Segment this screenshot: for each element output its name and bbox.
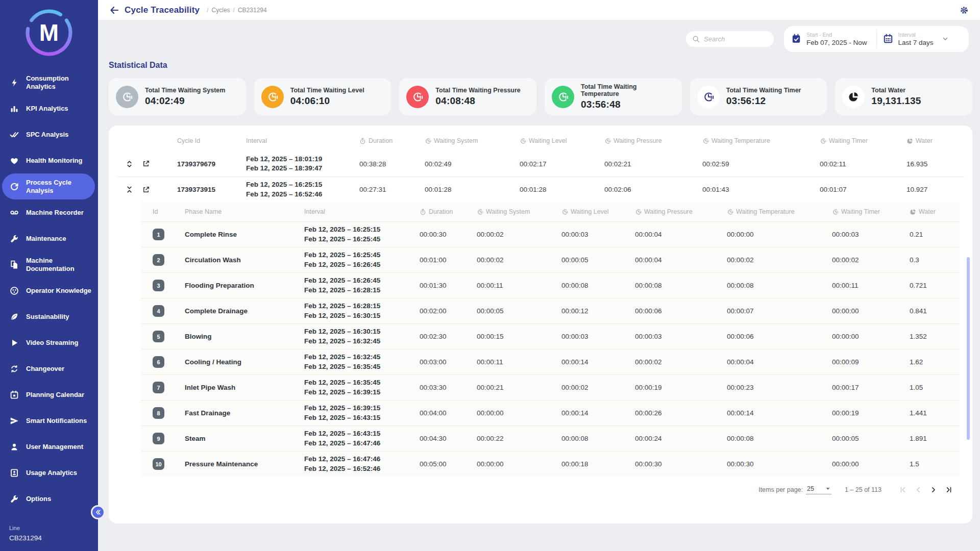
- sidebar-item-user-management[interactable]: User Management: [0, 434, 98, 460]
- phase-id-badge: 7: [153, 382, 164, 393]
- column-cycle-id: Cycle Id: [177, 137, 246, 144]
- phase-row[interactable]: 9 Steam Feb 12, 2025 – 16:43:15Feb 12, 2…: [141, 425, 960, 451]
- phase-row[interactable]: 5 Blowing Feb 12, 2025 – 16:30:15Feb 12,…: [141, 323, 960, 349]
- column-waiting-system: Waiting System: [425, 137, 520, 144]
- sidebar-item-operator-knowledge[interactable]: Operator Knowledge: [0, 278, 98, 304]
- cycle-interval: Feb 12, 2025 – 18:01:19Feb 12, 2025 – 18…: [246, 155, 359, 173]
- phase-waiting-level: 00:00:18: [561, 460, 635, 468]
- phase-waiting-system: 00:00:00: [477, 460, 561, 468]
- dropdown-caret-icon: [825, 486, 830, 491]
- back-arrow-icon: [109, 6, 119, 15]
- app-root: M Consumption AnalyticsKPI AnalyticsSPC …: [0, 0, 980, 551]
- sidebar-item-label: User Management: [26, 443, 83, 450]
- breadcrumb-separator: /: [207, 7, 208, 14]
- sidebar-line-info: Line CB231294: [9, 525, 42, 542]
- divider: [876, 30, 877, 47]
- phase-waiting-pressure: 00:00:04: [635, 231, 727, 238]
- phase-row[interactable]: 2 Circulation Wash Feb 12, 2025 – 16:25:…: [141, 247, 960, 272]
- stat-label: Total Time Waiting Pressure: [435, 87, 520, 94]
- date-range-picker[interactable]: Start - End Feb 07, 2025 - Now: [791, 32, 870, 46]
- sidebar-item-label: Smart Notifications: [26, 417, 87, 424]
- breadcrumb-cycles[interactable]: Cycles: [212, 7, 230, 14]
- phase-name: Complete Rinse: [185, 231, 304, 238]
- lightning-icon: [9, 78, 19, 87]
- phase-row[interactable]: 1 Complete Rinse Feb 12, 2025 – 16:25:15…: [141, 221, 960, 247]
- sidebar-item-spc-analysis[interactable]: SPC Analysis: [0, 121, 98, 147]
- clock-pause-icon: [477, 209, 483, 215]
- open-cycle-button[interactable]: [142, 186, 150, 194]
- sidebar-item-maintenance[interactable]: Maintenance: [0, 226, 98, 252]
- sidebar-item-options[interactable]: Options: [0, 486, 98, 512]
- last-page-button[interactable]: [945, 486, 953, 494]
- phase-name: Pressure Maintenance: [185, 460, 304, 468]
- column-waiting-pressure: Waiting Pressure: [604, 137, 702, 144]
- phase-waiting-timer: 00:00:19: [832, 409, 910, 417]
- sidebar-item-sustainability[interactable]: Sustainability: [0, 304, 98, 330]
- phase-row[interactable]: 4 Complete Drainage Feb 12, 2025 – 16:28…: [141, 298, 960, 323]
- phase-row[interactable]: 7 Inlet Pipe Wash Feb 12, 2025 – 16:35:4…: [141, 374, 960, 400]
- stopwatch-icon: [359, 138, 366, 144]
- sidebar-item-health-monitoring[interactable]: Health Monitoring: [0, 147, 98, 173]
- interval-select[interactable]: Interval Last 7 days: [883, 32, 962, 46]
- phase-duration: 00:00:30: [420, 231, 477, 238]
- first-page-button[interactable]: [899, 486, 907, 494]
- stat-card: Total Time Waiting Temperature 03:56:48: [545, 78, 682, 115]
- phase-waiting-temperature: 00:00:23: [727, 384, 832, 391]
- sidebar-item-label: Health Monitoring: [26, 157, 83, 164]
- phase-waiting-timer: 00:00:17: [832, 384, 910, 391]
- stat-card: Total Time Waiting System 04:02:49: [109, 78, 246, 115]
- column-duration: Duration: [420, 208, 477, 215]
- phase-row[interactable]: 10 Pressure Maintenance Feb 12, 2025 – 1…: [141, 451, 960, 477]
- sidebar-item-consumption-analytics[interactable]: Consumption Analytics: [0, 69, 98, 95]
- sidebar-item-changeover[interactable]: Changeover: [0, 356, 98, 382]
- expand-row-button[interactable]: [125, 160, 134, 168]
- open-cycle-button[interactable]: [142, 160, 150, 168]
- top-header: Cycle Traceability / Cycles / CB231294: [98, 0, 980, 20]
- sidebar-item-planning-calendar[interactable]: Planning Calendar: [0, 382, 98, 408]
- sidebar-item-kpi-analytics[interactable]: KPI Analytics: [0, 95, 98, 121]
- search-box[interactable]: [686, 31, 774, 47]
- column-waiting-timer: Waiting Timer: [820, 137, 906, 144]
- cycle-row[interactable]: 1739379679 Feb 12, 2025 – 18:01:19Feb 12…: [117, 151, 964, 177]
- sidebar-item-usage-analytics[interactable]: Usage Analytics: [0, 460, 98, 486]
- next-page-button[interactable]: [929, 486, 938, 494]
- previous-page-button[interactable]: [914, 486, 922, 494]
- settings-button[interactable]: [960, 6, 969, 15]
- phase-row[interactable]: 3 Flooding Preparation Feb 12, 2025 – 16…: [141, 272, 960, 298]
- sidebar-item-label: Sustainability: [26, 313, 69, 320]
- badge-icon: [9, 468, 19, 478]
- expand-row-button[interactable]: [125, 185, 134, 194]
- search-input[interactable]: [704, 35, 765, 43]
- logo-ring-icon: M: [23, 7, 75, 58]
- cycle-row[interactable]: 1739373915 Feb 12, 2025 – 16:25:15Feb 12…: [117, 177, 964, 202]
- phase-row[interactable]: 8 Fast Drainage Feb 12, 2025 – 16:39:15F…: [141, 400, 960, 425]
- documents-icon: [9, 260, 19, 269]
- clock-pause-icon: [116, 86, 138, 108]
- items-per-page-select[interactable]: 25: [806, 485, 831, 494]
- clock-pause-icon: [425, 138, 431, 144]
- sidebar-item-machine-documentation[interactable]: Machine Documentation: [0, 252, 98, 278]
- pie-icon: [842, 86, 865, 108]
- stat-label: Total Time Waiting System: [145, 87, 225, 94]
- sidebar-item-process-cycle-analysis[interactable]: Process Cycle Analysis: [2, 173, 95, 199]
- phase-row[interactable]: 6 Cooling / Heating Feb 12, 2025 – 16:32…: [141, 349, 960, 374]
- sidebar-item-machine-recorder[interactable]: Machine Recorder: [0, 199, 98, 226]
- stats-section-title: Statistical Data: [109, 61, 972, 70]
- phase-id-badge: 5: [153, 331, 164, 342]
- stat-value: 19,131.135: [871, 95, 921, 107]
- table-scrollbar[interactable]: [967, 257, 970, 440]
- stat-cards-row: Total Time Waiting System 04:02:49 Total…: [109, 78, 972, 115]
- pagination-bar: Items per page: 25 1 – 25 of 113: [117, 477, 964, 503]
- phase-name: Complete Drainage: [185, 307, 304, 315]
- column-id: Id: [141, 208, 185, 215]
- cycles-table-card: Cycle Id Interval Duration Waiting Syste…: [109, 126, 972, 523]
- phase-id-badge: 8: [153, 407, 164, 419]
- sidebar-collapse-button[interactable]: [91, 505, 105, 519]
- sidebar-item-video-streaming[interactable]: Video Streaming: [0, 330, 98, 356]
- cycles-table-body: 1739379679 Feb 12, 2025 – 18:01:19Feb 12…: [117, 151, 964, 202]
- sidebar-item-label: Machine Documentation: [26, 257, 93, 272]
- first-page-icon: [899, 486, 907, 494]
- back-button[interactable]: [109, 6, 119, 15]
- phase-interval: Feb 12, 2025 – 16:26:45Feb 12, 2025 – 16…: [304, 276, 420, 294]
- sidebar-item-smart-notifications[interactable]: Smart Notifications: [0, 408, 98, 434]
